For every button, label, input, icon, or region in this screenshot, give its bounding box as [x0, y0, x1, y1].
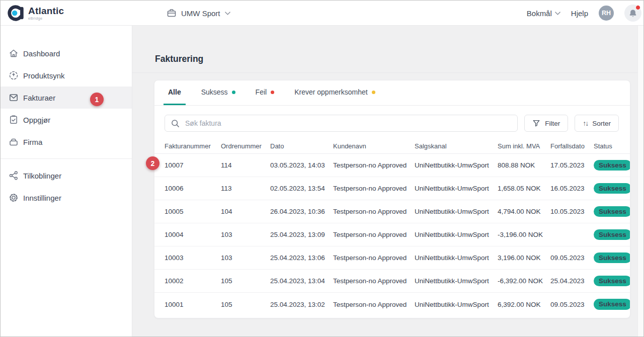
sidebar-item-innstillinger[interactable]: Innstillinger [1, 187, 132, 209]
column-header: Fakturanummer [165, 142, 221, 150]
cell-salgskanal: UniNettbutikk-UmwSport [415, 161, 498, 169]
cell-status: Suksess [594, 160, 620, 171]
search-box [165, 115, 518, 132]
sidebar-divider [1, 158, 132, 159]
cell-kundenavn: Testperson-no Approved [333, 254, 415, 262]
column-header: Salgskanal [415, 142, 498, 150]
cell-sum: -6,392.00 NOK [498, 277, 550, 285]
status-tabs: Alle Suksess Feil Krever oppmerksomhet [154, 80, 630, 106]
sidebar-item-produktsynk[interactable]: Produktsynk [1, 64, 132, 87]
status-badge: Suksess [594, 252, 630, 264]
invoice-icon [8, 92, 19, 103]
scrollbar-track[interactable] [637, 26, 643, 336]
company-icon [8, 136, 19, 147]
chevron-down-icon [555, 12, 560, 15]
cell-dato: 25.04.2023, 13:02 [270, 301, 333, 308]
column-header: Status [594, 142, 620, 150]
table-row[interactable]: 10006 113 02.05.2023, 13:54 Testperson-n… [154, 177, 630, 200]
cell-salgskanal: UniNettbutikk-UmwSport [415, 185, 498, 192]
cell-forfallsdato: 25.04.2023 [550, 277, 594, 285]
cell-ordrenummer: 114 [221, 161, 270, 169]
status-badge: Suksess [594, 183, 630, 194]
cell-dato: 02.05.2023, 13:54 [270, 185, 333, 192]
notifications-button[interactable] [624, 5, 641, 22]
cell-fakturanummer: 10007 [165, 161, 221, 169]
sidebar-item-label: Fakturaer [23, 94, 55, 102]
title-divider [132, 72, 643, 73]
cell-ordrenummer: 103 [221, 254, 270, 262]
tab-krever-oppmerksomhet[interactable]: Krever oppmerksomhet [290, 80, 380, 105]
annotation-step-2: 2 [146, 156, 159, 170]
sidebar-item-firma[interactable]: Firma [1, 131, 132, 153]
cell-dato: 25.04.2023, 13:09 [270, 231, 333, 238]
column-header: Dato [270, 142, 333, 150]
cell-sum: 6,392.00 NOK [498, 301, 550, 308]
table-row[interactable]: 10007 114 03.05.2023, 14:03 Testperson-n… [154, 154, 630, 177]
cell-dato: 03.05.2023, 14:03 [270, 161, 333, 169]
tab-feil[interactable]: Feil [251, 80, 279, 105]
tab-alle[interactable]: Alle [164, 80, 186, 105]
search-input[interactable] [185, 119, 511, 127]
cell-dato: 25.04.2023, 13:06 [270, 254, 333, 262]
avatar[interactable]: RH [599, 6, 614, 21]
status-badge: Suksess [594, 206, 630, 217]
tab-suksess[interactable]: Suksess [197, 80, 240, 105]
cell-dato: 25.04.2023, 13:04 [270, 277, 333, 285]
table-toolbar: Filter ↑↓ Sorter [154, 106, 630, 139]
cell-status: Suksess [594, 299, 620, 310]
success-dot-icon [232, 91, 235, 94]
status-badge: Suksess [594, 299, 630, 310]
store-selector[interactable]: UMW Sport [167, 1, 230, 26]
status-badge: Suksess [594, 276, 630, 287]
sort-arrows-icon: ↑↓ [583, 119, 588, 127]
warning-dot-icon [372, 91, 375, 94]
sidebar-item-oppgjor[interactable]: Oppgjør [1, 109, 132, 131]
product-sync-icon [8, 70, 19, 81]
briefcase-icon [167, 8, 177, 18]
cell-kundenavn: Testperson-no Approved [333, 277, 415, 285]
cell-ordrenummer: 113 [221, 185, 270, 192]
cell-fakturanummer: 10006 [165, 185, 221, 192]
cell-sum: -3,196.00 NOK [498, 231, 550, 238]
cell-fakturanummer: 10002 [165, 277, 221, 285]
main-content: Fakturering Alle Suksess Feil [132, 26, 643, 336]
chevron-down-icon [225, 12, 230, 15]
help-link[interactable]: Hjelp [571, 9, 588, 18]
cell-sum: 1,658.05 NOK [498, 185, 550, 192]
cell-kundenavn: Testperson-no Approved [333, 185, 415, 192]
sidebar-item-fakturaer[interactable]: Fakturaer [1, 87, 132, 109]
brand-logo: Atlantic eBridge [7, 4, 64, 23]
tab-label: Feil [256, 88, 267, 96]
sidebar-item-tilkoblinger[interactable]: Tilkoblinger [1, 164, 132, 187]
sidebar-item-label: Dashboard [23, 49, 60, 58]
cell-ordrenummer: 105 [221, 301, 270, 308]
cell-status: Suksess [594, 252, 620, 264]
sort-button-label: Sorter [592, 120, 611, 127]
cell-salgskanal: UniNettbutikk-UmwSport [415, 277, 498, 285]
sort-button[interactable]: ↑↓ Sorter [575, 115, 619, 132]
cell-ordrenummer: 103 [221, 231, 270, 238]
cell-ordrenummer: 104 [221, 208, 270, 215]
cell-kundenavn: Testperson-no Approved [333, 231, 415, 238]
filter-button[interactable]: Filter [524, 115, 568, 132]
language-selector[interactable]: Bokmål [527, 9, 560, 18]
sidebar-item-dashboard[interactable]: Dashboard [1, 42, 132, 64]
filter-icon [532, 119, 540, 127]
table-row[interactable]: 10004 103 25.04.2023, 13:09 Testperson-n… [154, 223, 630, 246]
sidebar-item-label: Produktsynk [23, 71, 65, 80]
cell-kundenavn: Testperson-no Approved [333, 208, 415, 215]
sidebar: Dashboard Produktsynk Fakturaer [1, 26, 132, 336]
sidebar-item-label: Tilkoblinger [23, 172, 61, 180]
sidebar-item-label: Innstillinger [23, 194, 61, 202]
tab-label: Krever oppmerksomhet [294, 88, 368, 96]
cell-dato: 26.04.2023, 10:36 [270, 208, 333, 215]
sidebar-item-label: Oppgjør [23, 116, 50, 124]
table-row[interactable]: 10001 105 25.04.2023, 13:02 Testperson-n… [154, 293, 630, 316]
filter-button-label: Filter [545, 120, 560, 127]
table-row[interactable]: 10002 105 25.04.2023, 13:04 Testperson-n… [154, 270, 630, 293]
notification-dot [635, 5, 640, 10]
table-row[interactable]: 10005 104 26.04.2023, 10:36 Testperson-n… [154, 200, 630, 223]
status-badge: Suksess [594, 160, 630, 171]
table-row[interactable]: 10003 103 25.04.2023, 13:06 Testperson-n… [154, 246, 630, 270]
cell-fakturanummer: 10004 [165, 231, 221, 238]
